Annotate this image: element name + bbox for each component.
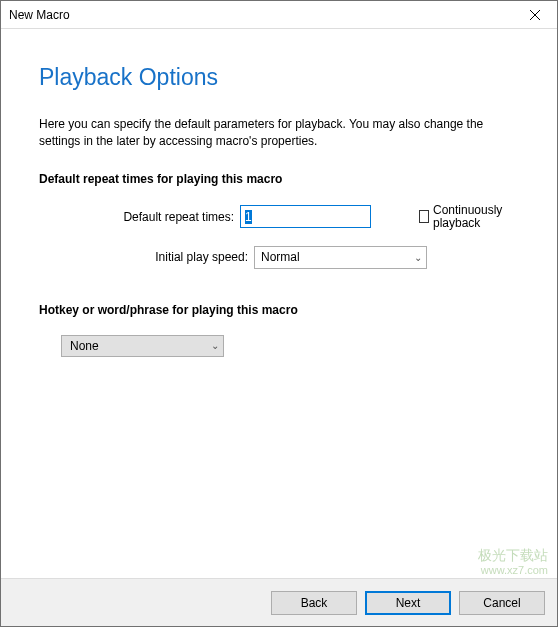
repeat-times-row: Default repeat times: Continuously playb… — [39, 204, 519, 230]
repeat-times-input[interactable] — [240, 205, 371, 228]
titlebar: New Macro — [1, 1, 557, 29]
bottom-bar: Back Next Cancel — [1, 578, 557, 626]
dialog-window: New Macro Playback Options Here you can … — [0, 0, 558, 627]
cancel-button[interactable]: Cancel — [459, 591, 545, 615]
continuous-playback-label: Continuously playback — [433, 204, 519, 230]
window-title: New Macro — [9, 8, 70, 22]
repeat-times-label: Default repeat times: — [39, 210, 240, 224]
section-hotkey-title: Hotkey or word/phrase for playing this m… — [39, 303, 519, 317]
play-speed-label: Initial play speed: — [39, 250, 254, 264]
close-icon — [530, 10, 540, 20]
next-button[interactable]: Next — [365, 591, 451, 615]
continuous-playback-checkbox[interactable] — [419, 210, 429, 223]
play-speed-value: Normal — [261, 250, 300, 264]
chevron-down-icon: ⌄ — [414, 252, 422, 263]
back-button[interactable]: Back — [271, 591, 357, 615]
hotkey-select[interactable]: None ⌄ — [61, 335, 224, 357]
page-description: Here you can specify the default paramet… — [39, 116, 519, 150]
chevron-down-icon: ⌄ — [211, 340, 219, 351]
continuous-playback-wrap: Continuously playback — [419, 204, 519, 230]
page-heading: Playback Options — [39, 64, 519, 91]
content-area: Playback Options Here you can specify th… — [1, 29, 557, 578]
play-speed-row: Initial play speed: Normal ⌄ — [39, 246, 519, 269]
close-button[interactable] — [512, 1, 557, 29]
hotkey-value: None — [70, 339, 99, 353]
section-repeat-title: Default repeat times for playing this ma… — [39, 172, 519, 186]
play-speed-select[interactable]: Normal ⌄ — [254, 246, 427, 269]
